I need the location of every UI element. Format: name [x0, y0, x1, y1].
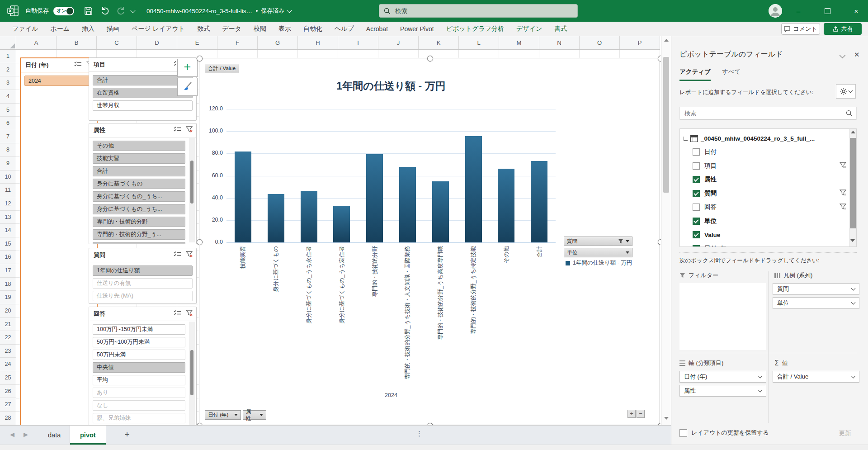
ribbon-tab-表示[interactable]: 表示	[278, 25, 291, 33]
minimize-button[interactable]: –	[788, 0, 808, 22]
pane-close-icon[interactable]: ✕	[854, 51, 860, 59]
avatar[interactable]	[769, 4, 782, 18]
field-row-属性[interactable]: 属性	[693, 173, 857, 186]
pane-search-input[interactable]	[684, 109, 846, 117]
sheet-tab-pivot[interactable]: pivot	[70, 426, 106, 445]
axis-area[interactable]: 日付 (年)属性	[679, 371, 766, 399]
field-checkbox[interactable]	[693, 245, 700, 247]
row-header-26[interactable]: 26	[0, 385, 16, 398]
axis-field-button-date[interactable]: 日付 (年)	[205, 410, 241, 420]
row-header-8[interactable]: 8	[0, 143, 16, 157]
multi-select-icon[interactable]	[174, 251, 181, 259]
slicer-item[interactable]: あり	[93, 388, 185, 398]
bar[interactable]	[268, 194, 284, 242]
scroll-down-icon[interactable]	[664, 417, 669, 420]
bar[interactable]	[465, 136, 482, 242]
field-checkbox[interactable]	[693, 190, 700, 197]
excel-app-icon[interactable]	[7, 5, 19, 17]
save-icon[interactable]	[84, 6, 94, 16]
column-header-E[interactable]: E	[177, 36, 217, 49]
row-header-11[interactable]: 11	[0, 184, 16, 197]
slicer-item[interactable]: 仕送り先 (MA)	[93, 291, 193, 301]
row-header-28[interactable]: 28	[0, 412, 16, 425]
slicer-item[interactable]: 世帯月収	[93, 100, 193, 111]
slicer-question[interactable]: 質問1年間の仕送り額仕送りの有無仕送り先 (MA)	[89, 248, 197, 304]
pivot-chart[interactable]: 合計 / Value 1年間の仕送り額 - 万円 120.0100.080.06…	[199, 58, 660, 425]
row-header-19[interactable]: 19	[0, 291, 16, 304]
area-item-合計 / Value[interactable]: 合計 / Value	[773, 371, 859, 383]
area-item-単位[interactable]: 単位	[773, 297, 859, 309]
slicer-item[interactable]: 合計	[93, 166, 185, 176]
column-header-O[interactable]: O	[580, 36, 620, 49]
sheet-nav-left-icon[interactable]: ◀	[10, 431, 14, 438]
autosave-toggle[interactable]: オン	[53, 7, 74, 15]
ribbon-tab-描画[interactable]: 描画	[107, 25, 119, 33]
legend-field-button-unit[interactable]: 単位	[564, 248, 632, 257]
collapse-icon[interactable]	[684, 137, 688, 141]
add-sheet-button[interactable]: +	[121, 429, 133, 441]
column-header-J[interactable]: J	[378, 36, 419, 49]
field-checkbox[interactable]	[693, 231, 700, 238]
field-checkbox[interactable]	[693, 162, 700, 170]
value-field-button[interactable]: 合計 / Value	[205, 64, 239, 73]
row-header-7[interactable]: 7	[0, 130, 16, 144]
row-header-18[interactable]: 18	[0, 278, 16, 291]
row-header-24[interactable]: 24	[0, 358, 16, 371]
column-header-D[interactable]: D	[137, 36, 177, 49]
ribbon-tab-ヘルプ[interactable]: ヘルプ	[335, 25, 354, 33]
field-row-質問[interactable]: 質問	[693, 187, 857, 200]
area-item-属性[interactable]: 属性	[679, 385, 766, 397]
filter-funnel-icon[interactable]	[840, 162, 846, 170]
slicer-date-year[interactable]: 日付 (年)2024	[20, 57, 98, 426]
chart-zoom-out-button[interactable]: −	[637, 410, 645, 418]
row-header-23[interactable]: 23	[0, 345, 16, 358]
values-area[interactable]: 合計 / Value	[773, 371, 859, 385]
row-header-3[interactable]: 3	[0, 76, 16, 90]
row-header-27[interactable]: 27	[0, 398, 16, 412]
field-row-回答[interactable]: 回答	[693, 200, 857, 214]
ribbon-tab-ファイル[interactable]: ファイル	[12, 25, 38, 33]
column-header-P[interactable]: P	[620, 36, 660, 49]
slicer-item[interactable]: 専門的・技術的分野_う...	[93, 242, 185, 244]
clear-filter-icon[interactable]	[186, 251, 193, 259]
slicer-item[interactable]: 技能実習	[93, 153, 185, 164]
slicer-item[interactable]: 身分に基づくもの	[93, 179, 185, 189]
overflow-dots-icon[interactable]: ⋮	[416, 430, 423, 438]
slicer-item[interactable]: 50万円未満	[93, 350, 185, 360]
field-checkbox[interactable]	[693, 148, 700, 156]
update-button[interactable]: 更新	[832, 427, 858, 439]
slicer-item[interactable]: 2024	[24, 76, 93, 86]
chart-legend[interactable]: 1年間の仕送り額 - 万円	[566, 259, 632, 267]
field-row-単位[interactable]: 単位	[693, 214, 857, 228]
bar[interactable]	[333, 206, 350, 242]
slicer-item[interactable]: 専門的・技術的分野	[93, 217, 185, 227]
chart-zoom-in-button[interactable]: +	[627, 410, 636, 418]
ribbon-tab-デザイン[interactable]: デザイン	[516, 25, 542, 33]
slicer-answer[interactable]: 回答100万円~150万円未満50万円~100万円未満50万円未満中央値平均あり…	[89, 307, 197, 426]
table-name[interactable]: _00450_mhlw_00450224_ro_3_5_full_...	[701, 135, 815, 142]
scroll-up-icon[interactable]	[664, 39, 669, 42]
sheet-nav-right-icon[interactable]: ▶	[24, 431, 28, 438]
field-row-Value[interactable]: Value	[693, 228, 857, 242]
row-header-20[interactable]: 20	[0, 304, 16, 318]
slicer-item[interactable]: 仕送りの有無	[93, 278, 193, 289]
quick-access-chevron-icon[interactable]	[130, 8, 135, 13]
selection-handle[interactable]	[197, 239, 203, 245]
column-header-N[interactable]: N	[539, 36, 580, 49]
bar[interactable]	[366, 154, 383, 242]
table-row[interactable]: _00450_mhlw_00450224_ro_3_5_full_...	[680, 132, 847, 145]
chart-title[interactable]: 1年間の仕送り額 - 万円	[274, 79, 509, 93]
chart-elements-button[interactable]: +	[177, 59, 198, 77]
bar[interactable]	[235, 152, 251, 242]
slicer-item[interactable]: 身分に基づくもの_うち...	[93, 191, 185, 202]
row-header-10[interactable]: 10	[0, 171, 16, 184]
area-item-日付 (年)[interactable]: 日付 (年)	[679, 371, 766, 383]
search-box[interactable]	[379, 4, 578, 18]
bar[interactable]	[498, 169, 514, 242]
pane-options-chevron-icon[interactable]	[840, 52, 845, 58]
row-header-5[interactable]: 5	[0, 104, 16, 117]
column-header-G[interactable]: G	[258, 36, 298, 49]
column-header-L[interactable]: L	[459, 36, 499, 49]
saved-status[interactable]: 保存済み	[256, 7, 291, 15]
selection-handle[interactable]	[197, 56, 203, 62]
